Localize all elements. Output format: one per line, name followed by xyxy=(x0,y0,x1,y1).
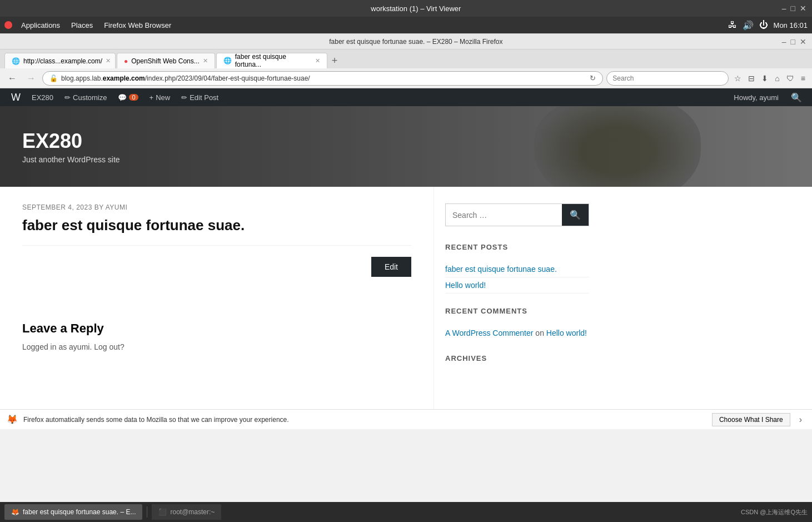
recent-posts-section: RECENT POSTS faber est quisque fortunae … xyxy=(445,243,589,294)
ff-controls: – □ ✕ xyxy=(782,37,806,46)
wp-site-name[interactable]: EX280 xyxy=(26,88,59,106)
archives-title: ARCHIVES xyxy=(445,354,589,366)
hero-plant-decoration xyxy=(534,106,701,187)
clock-display: Mon 16:01 xyxy=(774,21,808,29)
wp-comments[interactable]: 💬 0 xyxy=(112,88,143,106)
recent-posts-title: RECENT POSTS xyxy=(445,243,589,255)
home-icon[interactable]: ⌂ xyxy=(773,73,781,84)
wp-new[interactable]: + New xyxy=(144,88,176,106)
wp-edit-post[interactable]: ✏ Edit Post xyxy=(176,88,224,106)
wp-site-label: EX280 xyxy=(32,93,53,102)
sidebar-search-input[interactable] xyxy=(446,204,562,226)
edit-icon: ✏ xyxy=(181,93,187,102)
howdy-text: Howdy, ayumi xyxy=(728,93,784,102)
taskbar-firefox-label: faber est quisque fortunae suae. – E... xyxy=(23,508,136,516)
comment-on-text: on xyxy=(535,329,544,337)
tab-1-close[interactable]: ✕ xyxy=(203,57,208,64)
leave-reply-section: Leave a Reply Logged in as ayumi. Log ou… xyxy=(22,288,411,351)
comment-author-link[interactable]: A WordPress Commenter xyxy=(445,329,533,337)
main-content: SEPTEMBER 4, 2023 BY AYUMI faber est qui… xyxy=(0,187,812,409)
edit-post-button[interactable]: Edit xyxy=(371,257,411,277)
firefox-notification-icon: 🦊 xyxy=(7,414,18,425)
taskbar-terminal-icon: ⬛ xyxy=(158,508,167,516)
taskbar-firefox-item[interactable]: 🦊 faber est quisque fortunae suae. – E..… xyxy=(4,504,142,520)
places-menu[interactable]: Places xyxy=(67,19,97,32)
network-icon: 🖧 xyxy=(728,20,737,30)
firefox-title: faber est quisque fortunae suae. – EX280… xyxy=(50,38,782,46)
nav-icons: ☆ ⊟ ⬇ ⌂ 🛡 ≡ xyxy=(732,73,808,84)
sidebar-search-widget: 🔍 xyxy=(445,203,589,226)
firefox-menu[interactable]: Firefox Web Browser xyxy=(99,19,176,32)
tab-0-close[interactable]: ✕ xyxy=(106,57,111,64)
content-left: SEPTEMBER 4, 2023 BY AYUMI faber est qui… xyxy=(0,187,434,409)
tab-2-label: faber est quisque fortuna... xyxy=(235,53,312,68)
tab-2-close[interactable]: ✕ xyxy=(315,57,320,64)
ff-minimize[interactable]: – xyxy=(782,37,786,46)
tab-1-favicon: ● xyxy=(124,57,128,65)
minimize-button[interactable]: – xyxy=(782,4,786,13)
hero-banner: EX280 Just another WordPress site xyxy=(0,106,812,187)
reload-button[interactable]: ↻ xyxy=(590,74,596,82)
comments-count: 0 xyxy=(129,94,138,101)
close-button[interactable]: ✕ xyxy=(800,4,806,13)
tab-0-label: http://class...example.com/ xyxy=(23,57,102,65)
notification-chevron[interactable]: › xyxy=(796,415,805,425)
hero-subtitle: Just another WordPress site xyxy=(22,155,120,164)
taskbar-terminal-label: root@master:~ xyxy=(170,508,215,516)
tab-0-favicon: 🌐 xyxy=(12,57,20,65)
comment-post-link[interactable]: Hello world! xyxy=(546,329,587,337)
volume-icon: 🔊 xyxy=(743,20,754,31)
post-title: faber est quisque fortunae suae. xyxy=(22,217,411,234)
ff-close[interactable]: ✕ xyxy=(800,37,806,46)
maximize-button[interactable]: □ xyxy=(791,4,795,13)
forward-button[interactable]: → xyxy=(23,71,39,86)
virt-viewer-titlebar: workstation (1) – Virt Viewer – □ ✕ xyxy=(0,0,812,17)
wp-adminbar-right: Howdy, ayumi 🔍 xyxy=(728,92,806,103)
wp-customize[interactable]: ✏ Customize xyxy=(59,88,112,106)
pocket-icon[interactable]: 🛡 xyxy=(784,73,796,84)
recent-comment-0: A WordPress Commenter on Hello world! xyxy=(445,325,589,341)
hero-content: EX280 Just another WordPress site xyxy=(22,130,120,164)
title-bar-title: workstation (1) – Virt Viewer xyxy=(50,4,782,13)
edit-post-label: Edit Post xyxy=(190,93,218,102)
wp-search-icon[interactable]: 🔍 xyxy=(786,92,806,103)
new-tab-button[interactable]: + xyxy=(328,55,341,67)
choose-share-button[interactable]: Choose What I Share xyxy=(712,413,790,426)
leave-reply-heading: Leave a Reply xyxy=(22,321,411,336)
taskbar-watermark: CSDN @上海运维Q先生 xyxy=(741,508,808,516)
recent-post-0[interactable]: faber est quisque fortunae suae. xyxy=(445,261,589,277)
notification-bar: 🦊 Firefox automatically sends some data … xyxy=(0,409,812,429)
taskbar: 🦊 faber est quisque fortunae suae. – E..… xyxy=(0,502,812,522)
power-icon[interactable]: ⏻ xyxy=(759,20,768,30)
tabs-bar: 🌐 http://class...example.com/ ✕ ● OpenSh… xyxy=(0,49,812,68)
ff-maximize[interactable]: □ xyxy=(791,37,795,46)
url-bar: 🔓 blog.apps.lab.example.com/index.php/20… xyxy=(42,71,603,86)
reader-mode-icon[interactable]: ⊟ xyxy=(746,73,757,84)
tab-2-favicon: 🌐 xyxy=(223,57,232,64)
taskbar-terminal-item[interactable]: ⬛ root@master:~ xyxy=(152,504,221,520)
url-text[interactable]: blog.apps.lab.example.com/index.php/2023… xyxy=(61,74,586,82)
bookmark-star-icon[interactable]: ☆ xyxy=(732,73,744,84)
applications-menu[interactable]: Applications xyxy=(17,19,64,32)
back-button[interactable]: ← xyxy=(4,71,20,86)
new-icon: + xyxy=(150,93,154,102)
archives-section: ARCHIVES xyxy=(445,354,589,366)
wp-logo-item[interactable]: W xyxy=(6,88,26,106)
system-clock: 🖧 🔊 ⏻ Mon 16:01 xyxy=(728,20,808,31)
customize-label: Customize xyxy=(73,93,107,102)
download-icon[interactable]: ⬇ xyxy=(759,73,770,84)
sidebar-search-button[interactable]: 🔍 xyxy=(562,204,589,226)
recent-post-1[interactable]: Hello world! xyxy=(445,277,589,294)
browser-search-input[interactable] xyxy=(606,71,729,86)
firefox-window: faber est quisque fortunae suae. – EX280… xyxy=(0,33,812,429)
logged-in-text: Logged in as ayumi. Log out? xyxy=(22,342,124,351)
tab-2[interactable]: 🌐 faber est quisque fortuna... ✕ xyxy=(216,53,327,68)
recent-comments-title: RECENT COMMENTS xyxy=(445,307,589,319)
post-divider xyxy=(22,245,411,246)
tab-1[interactable]: ● OpenShift Web Cons... ✕ xyxy=(117,53,215,68)
post-meta: SEPTEMBER 4, 2023 BY AYUMI xyxy=(22,203,411,211)
menu-icon[interactable]: ≡ xyxy=(799,73,808,84)
tab-0[interactable]: 🌐 http://class...example.com/ ✕ xyxy=(4,53,116,68)
secure-icon: 🔓 xyxy=(49,74,58,82)
firefox-titlebar: faber est quisque fortunae suae. – EX280… xyxy=(0,34,812,49)
